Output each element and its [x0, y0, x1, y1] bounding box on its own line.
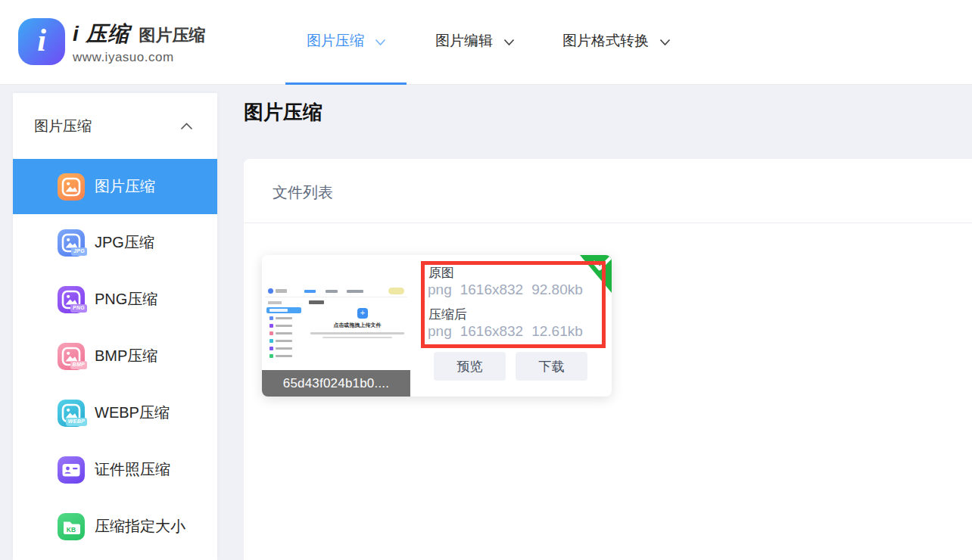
sidebar-item-label: 图片压缩	[95, 176, 155, 197]
mini-upload-text: 点击或拖拽上传文件	[307, 322, 407, 329]
file-name: 65d43f024b1b0....	[262, 370, 410, 397]
mini-body: + 点击或拖拽上传文件	[265, 297, 407, 368]
sidebar: 图片压缩 图片压缩 JPG JPG压缩 PNG PNG压缩	[13, 93, 217, 560]
brand-name: i 压缩	[73, 20, 130, 48]
sidebar-group-label: 图片压缩	[34, 117, 92, 136]
sidebar-item-label: 证件照压缩	[95, 459, 170, 480]
format-badge: BMP	[70, 361, 87, 369]
file-thumbnail[interactable]: + 点击或拖拽上传文件 65d43f024b1b0....	[262, 255, 410, 397]
image-icon: WEBP	[58, 400, 85, 427]
panel-divider	[244, 222, 972, 223]
sidebar-item-label: 压缩指定大小	[95, 516, 185, 537]
mini-logo	[268, 288, 273, 294]
download-button[interactable]: 下载	[516, 352, 587, 381]
folder-icon: KB	[58, 513, 85, 540]
sidebar-item-webp-compress[interactable]: WEBP WEBP压缩	[13, 384, 217, 441]
kb-badge: KB	[67, 526, 76, 534]
app-window: i i 压缩 图片压缩 www.iyasuo.com 图片压缩 图片编辑 图片格…	[0, 0, 972, 560]
sidebar-item-label: PNG压缩	[95, 289, 157, 310]
sidebar-item-label: BMP压缩	[95, 346, 157, 366]
brand-url: www.iyasuo.com	[73, 50, 206, 65]
file-list-panel: 文件列表	[244, 159, 972, 560]
chevron-up-icon	[180, 123, 193, 130]
brand-logo-icon: i	[18, 18, 65, 65]
id-card-icon	[58, 456, 85, 484]
compressed-dimensions: 1616x832	[460, 323, 523, 339]
brand-product-name: 图片压缩	[139, 24, 206, 47]
sidebar-item-png-compress[interactable]: PNG PNG压缩	[13, 271, 217, 328]
success-corner-badge	[572, 255, 612, 302]
file-card: + 点击或拖拽上传文件 65d43f024b1b0.... 原图 png1616…	[262, 255, 612, 397]
sidebar-item-compress-to-size[interactable]: KB 压缩指定大小	[13, 498, 217, 555]
mini-action-pill	[388, 288, 404, 294]
format-badge: JPG	[71, 247, 87, 255]
mini-header	[265, 285, 407, 297]
compressed-label: 压缩后	[428, 306, 467, 323]
nav-tab-image-edit[interactable]: 图片编辑	[435, 30, 515, 51]
original-label: 原图	[428, 264, 454, 282]
brand[interactable]: i i 压缩 图片压缩 www.iyasuo.com	[18, 18, 206, 65]
nav-tab-label: 图片压缩	[307, 31, 364, 51]
original-info: png1616x83292.80kb	[428, 282, 591, 298]
sidebar-item-id-photo-compress[interactable]: 证件照压缩	[13, 441, 217, 498]
sidebar-item-jpg-compress[interactable]: JPG JPG压缩	[13, 214, 217, 271]
original-format: png	[428, 282, 452, 297]
mini-sidebar	[265, 297, 303, 368]
format-badge: PNG	[70, 304, 87, 312]
preview-button[interactable]: 预览	[434, 352, 506, 381]
sidebar-item-label: WEBP压缩	[95, 403, 170, 423]
nav-tab-label: 图片编辑	[435, 31, 493, 51]
image-icon	[58, 173, 85, 201]
chevron-down-icon	[375, 39, 386, 46]
plus-icon: +	[357, 308, 368, 319]
compressed-size: 12.61kb	[531, 323, 583, 339]
logo-letter: i	[37, 24, 46, 56]
original-dimensions: 1616x832	[460, 282, 523, 297]
chevron-down-icon	[659, 39, 671, 46]
page-title: 图片压缩	[244, 99, 322, 126]
active-tab-underline	[285, 82, 407, 85]
sidebar-group-header[interactable]: 图片压缩	[13, 93, 217, 159]
nav-tab-image-compress[interactable]: 图片压缩	[307, 30, 386, 51]
app-header: i i 压缩 图片压缩 www.iyasuo.com 图片压缩 图片编辑 图片格…	[0, 0, 972, 85]
chevron-down-icon	[503, 39, 515, 46]
nav-tab-format-convert[interactable]: 图片格式转换	[562, 30, 671, 51]
image-icon: PNG	[58, 286, 85, 313]
image-icon: JPG	[58, 229, 85, 257]
nav-tab-label: 图片格式转换	[562, 31, 649, 51]
sidebar-item-image-compress[interactable]: 图片压缩	[13, 159, 217, 214]
compressed-info: png1616x83212.61kb	[428, 323, 591, 340]
sidebar-item-bmp-compress[interactable]: BMP BMP压缩	[13, 328, 217, 384]
panel-title: 文件列表	[273, 182, 333, 203]
image-icon: BMP	[58, 343, 85, 370]
thumbnail-mini-screenshot: + 点击或拖拽上传文件	[265, 285, 407, 369]
compressed-format: png	[428, 323, 452, 339]
brand-text: i 压缩 图片压缩 www.iyasuo.com	[73, 18, 206, 65]
sidebar-item-label: JPG压缩	[95, 232, 154, 253]
format-badge: WEBP	[66, 418, 87, 425]
